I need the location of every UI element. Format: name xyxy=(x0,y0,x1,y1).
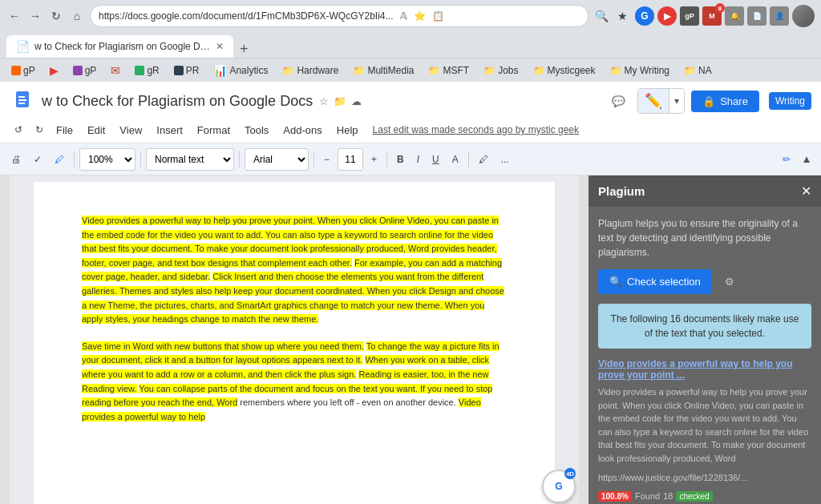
text-color-button[interactable]: A xyxy=(447,148,463,171)
view-mode-toggle[interactable]: ✏️ ▾ xyxy=(637,88,685,114)
bookmark-item-analytics[interactable]: 📊 Analytics xyxy=(208,62,273,79)
plagium-settings-button[interactable]: ⚙ xyxy=(718,271,741,293)
refresh-button[interactable]: ↻ xyxy=(48,8,64,24)
font-increase-button[interactable]: + xyxy=(366,148,382,171)
gr-icon xyxy=(135,66,144,75)
paragraph-2: Save time in Word with new buttons that … xyxy=(82,340,507,425)
chat-icon-button[interactable]: 💬 xyxy=(605,88,631,114)
browser-chrome: ← → ↻ ⌂ https://docs.google.com/document… xyxy=(0,0,821,58)
bookmark-item-na[interactable]: 📁 NA xyxy=(679,63,717,78)
undo-button[interactable]: ↺ xyxy=(10,119,27,141)
view-mode-chevron[interactable]: ▾ xyxy=(669,89,684,113)
plagium-close-button[interactable]: ✕ xyxy=(801,183,811,199)
style-select[interactable]: Normal text xyxy=(146,148,234,171)
gp-icon xyxy=(11,66,21,75)
font-select[interactable]: Arial xyxy=(245,148,309,171)
italic-button[interactable]: I xyxy=(412,148,424,171)
bookmark-item-hardware[interactable]: 📁 Hardware xyxy=(277,63,343,78)
tab-actions: + xyxy=(233,41,255,58)
toolbar-right: ✏ ▲ xyxy=(778,148,815,171)
paint-format-button[interactable]: 🖊 xyxy=(50,148,69,171)
gdocs-favicon: 📄 xyxy=(16,40,30,53)
back-button[interactable]: ← xyxy=(6,8,22,24)
doc-page: Video provides a powerful way to help yo… xyxy=(34,182,555,504)
menu-edit[interactable]: Edit xyxy=(81,121,111,139)
share-button[interactable]: 🔒 Share xyxy=(691,91,759,112)
more-options-button[interactable]: ... xyxy=(496,148,514,171)
doc-scroll-area[interactable]: Video provides a powerful way to help yo… xyxy=(16,182,572,504)
star-icon[interactable]: ☆ xyxy=(319,95,329,107)
bookmark-star-icon[interactable]: ⭐ xyxy=(414,10,426,22)
mywriting-folder-icon: 📁 xyxy=(610,65,622,76)
address-bar[interactable]: https://docs.google.com/document/d/1FmCM… xyxy=(90,5,588,27)
move-icon[interactable]: 📁 xyxy=(334,95,346,107)
bookmark-item-mysticgeek[interactable]: 📁 Mysticgeek xyxy=(528,63,601,78)
bookmark-item-mywriting[interactable]: 📁 My Writing xyxy=(605,63,674,78)
bookmark-item-gp2[interactable]: gP xyxy=(68,63,102,78)
bookmark-item-gr[interactable]: gR xyxy=(130,63,164,78)
paragraph-1: Video provides a powerful way to help yo… xyxy=(82,214,507,327)
search-icon: 🔍 xyxy=(609,276,622,288)
highlight-button[interactable]: 🖊 xyxy=(474,148,493,171)
menu-addons[interactable]: Add-ons xyxy=(277,121,328,139)
active-tab[interactable]: 📄 w to Check for Plagiarism on Google Do… xyxy=(6,35,233,58)
youtube-icon[interactable]: ▶ xyxy=(657,6,677,26)
toolbar-divider-3 xyxy=(239,151,240,167)
browser-profile-area: G ▶ gP M 8 🔔 📄 👤 xyxy=(635,5,815,27)
read-mode-icon: 𝔸 xyxy=(400,10,407,22)
home-button[interactable]: ⌂ xyxy=(69,8,85,24)
extension-icon-5[interactable]: 👤 xyxy=(770,6,789,26)
svg-rect-2 xyxy=(18,99,26,101)
toolbar-collapse-button[interactable]: ▲ xyxy=(799,151,815,167)
favorites-button[interactable]: ★ xyxy=(614,8,630,24)
collection-icon[interactable]: 📋 xyxy=(432,10,444,22)
gdocs-logo xyxy=(10,88,35,114)
menu-help[interactable]: Help xyxy=(330,121,365,139)
doc-title: w to Check for Plagiarism on Google Docs xyxy=(42,93,313,110)
extension-icon-3[interactable]: 🔔 xyxy=(725,6,744,26)
menu-tools[interactable]: Tools xyxy=(238,121,275,139)
bookmarks-bar: gP ▶ gP ✉ gR PR 📊 Analytics 📁 Hardware 📁… xyxy=(0,58,821,82)
zoom-select[interactable]: 100% xyxy=(79,148,135,171)
gdocs-title-bar: w to Check for Plagiarism on Google Docs… xyxy=(10,85,811,117)
redo-button[interactable]: ↻ xyxy=(30,119,48,141)
print-button[interactable]: 🖨 xyxy=(6,148,26,171)
google-account-icon[interactable]: G xyxy=(635,6,654,26)
grammarly-button[interactable]: G 4D xyxy=(542,470,576,503)
gp2-icon xyxy=(73,66,83,75)
search-button[interactable]: 🔍 xyxy=(593,8,609,24)
plagium-result-link[interactable]: Video provides a powerful way to help yo… xyxy=(598,358,811,381)
menu-format[interactable]: Format xyxy=(191,121,237,139)
font-size-input[interactable] xyxy=(338,148,363,171)
tab-close-icon[interactable]: ✕ xyxy=(216,41,224,52)
spell-check-button[interactable]: ✓ xyxy=(29,148,47,171)
bookmark-item-mail[interactable]: ✉ xyxy=(106,62,125,79)
toolbar-divider-5 xyxy=(386,151,387,167)
menu-file[interactable]: File xyxy=(50,121,79,139)
right-scrollbar[interactable] xyxy=(579,175,588,504)
menu-insert[interactable]: Insert xyxy=(150,121,189,139)
forward-button[interactable]: → xyxy=(27,8,43,24)
bookmark-item-pr[interactable]: PR xyxy=(169,63,204,78)
extension-icon-2[interactable]: M 8 xyxy=(702,6,722,26)
gdocs-header: w to Check for Plagiarism on Google Docs… xyxy=(0,82,821,143)
view-mode-button[interactable]: ✏️ xyxy=(638,89,669,113)
extension-icon-4[interactable]: 📄 xyxy=(747,6,766,26)
bookmark-item-jobs[interactable]: 📁 Jobs xyxy=(479,63,523,78)
bookmark-item-msft[interactable]: 📁 MSFT xyxy=(423,63,474,78)
pen-mode-button[interactable]: ✏ xyxy=(778,148,795,171)
bold-button[interactable]: B xyxy=(392,148,409,171)
extension-icon-1[interactable]: gP xyxy=(680,6,699,26)
writing-tab[interactable]: Writing xyxy=(769,92,811,110)
analytics-icon: 📊 xyxy=(213,64,227,77)
check-selection-button[interactable]: 🔍 Check selection xyxy=(598,269,712,294)
user-avatar[interactable] xyxy=(792,5,815,27)
bookmark-item-gpx[interactable]: gP xyxy=(6,63,40,78)
underline-button[interactable]: U xyxy=(427,148,444,171)
menu-view[interactable]: View xyxy=(113,121,148,139)
font-decrease-button[interactable]: − xyxy=(319,148,334,171)
new-tab-icon[interactable]: + xyxy=(240,41,249,58)
bookmark-item-multimedia[interactable]: 📁 MultiMedia xyxy=(348,63,419,78)
highlighted-text-4: Save time in Word with new buttons that … xyxy=(82,341,364,351)
bookmark-item-youtube[interactable]: ▶ xyxy=(45,62,63,79)
